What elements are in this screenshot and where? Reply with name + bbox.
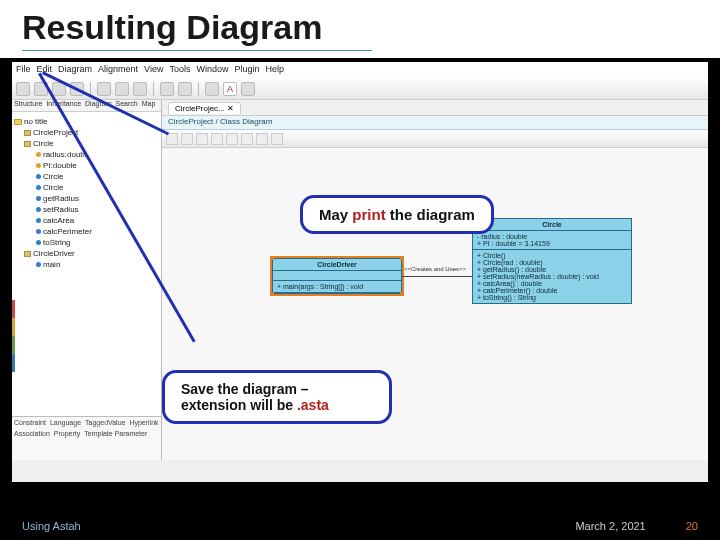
tab-language[interactable]: Language [50,419,81,426]
menu-help[interactable]: Help [266,64,285,76]
structure-tabs: Structure Inheritance Diagram Search Map [12,100,161,112]
tool-more-icon[interactable] [271,133,283,145]
menu-diagram[interactable]: Diagram [58,64,92,76]
method-icon [36,229,41,234]
uml-class-name: Circle [473,219,631,231]
tree-method[interactable]: Circle [14,182,159,193]
font-icon[interactable]: A [223,82,237,96]
document-tabs: CircleProjec... ✕ [162,100,708,116]
tab-inheritance[interactable]: Inheritance [46,100,81,111]
menubar: File Edit Diagram Alignment View Tools W… [12,62,708,78]
tab-constraint[interactable]: Constraint [14,419,46,426]
tab-association[interactable]: Association [14,430,50,437]
uml-ops: + Circle() + Circle(rad : double) + getR… [473,250,631,303]
resize-handle[interactable] [400,292,404,296]
uml-attrs: - radius : double + PI : double = 3.1415… [473,231,631,250]
main-toolbar: A [12,78,708,100]
decorative-stripe [12,300,15,372]
redo-icon[interactable] [178,82,192,96]
tree-class-driver[interactable]: CircleDriver [14,248,159,259]
resize-handle[interactable] [270,256,274,260]
method-icon [36,262,41,267]
menu-alignment[interactable]: Alignment [98,64,138,76]
footer-page-number: 20 [686,520,698,532]
doc-tab-chip[interactable]: CircleProjec... ✕ [168,102,241,114]
class-icon [24,141,31,147]
close-tab-icon[interactable]: ✕ [227,104,234,113]
tool-line-icon[interactable] [256,133,268,145]
tab-taggedvalue[interactable]: TaggedValue [85,419,125,426]
uml-class-name: CircleDriver [273,259,401,271]
uml-class-driver[interactable]: CircleDriver + main(args : String[]) : v… [272,258,402,294]
method-icon [36,207,41,212]
property-panel: Constraint Language TaggedValue Hyperlin… [12,416,161,460]
toolbar-sep [198,82,199,96]
tool-assoc-icon[interactable] [196,133,208,145]
canvas-toolbar [162,130,708,148]
tab-hyperlink[interactable]: Hyperlink [129,419,158,426]
footer-left: Using Astah [22,520,81,532]
tree-method[interactable]: calcPerimeter [14,226,159,237]
callout-save: Save the diagram – extension will be .as… [162,370,392,424]
diagram-icon [24,130,31,136]
package-icon [14,119,22,125]
zoom-icon[interactable] [205,82,219,96]
slide-title: Resulting Diagram [22,8,322,47]
resize-handle[interactable] [400,256,404,260]
copy-icon[interactable] [115,82,129,96]
tree-method[interactable]: main [14,259,159,270]
resize-handle[interactable] [270,292,274,296]
tree-class-circle[interactable]: Circle [14,138,159,149]
color-icon[interactable] [241,82,255,96]
tool-shape-icon[interactable] [241,133,253,145]
undo-icon[interactable] [160,82,174,96]
new-icon[interactable] [16,82,30,96]
uml-class-circle[interactable]: Circle - radius : double + PI : double =… [472,218,632,304]
method-icon [36,174,41,179]
menu-view[interactable]: View [144,64,163,76]
cut-icon[interactable] [97,82,111,96]
tool-class-icon[interactable] [181,133,193,145]
attr-icon [36,163,41,168]
method-icon [36,240,41,245]
tree-method[interactable]: calcArea [14,215,159,226]
class-icon [24,251,31,257]
tab-template[interactable]: Template Parameter [84,430,147,437]
tab-property[interactable]: Property [54,430,80,437]
association-line[interactable] [402,276,472,277]
tree-method[interactable]: getRadius [14,193,159,204]
menu-tools[interactable]: Tools [169,64,190,76]
uml-attrs [273,271,401,281]
paste-icon[interactable] [133,82,147,96]
tab-structure[interactable]: Structure [14,100,42,111]
tool-note-icon[interactable] [211,133,223,145]
tree-method[interactable]: Circle [14,171,159,182]
tab-map[interactable]: Map [142,100,156,111]
menu-file[interactable]: File [16,64,31,76]
method-icon [36,218,41,223]
association-label: <<Creates and Uses>> [404,266,466,272]
slide-footer: Using Astah March 2, 2021 20 [22,520,698,532]
method-icon [36,185,41,190]
title-accent-line [22,50,372,51]
callout-print: May print the diagram [300,195,494,234]
tree-project[interactable]: CircleProject [14,127,159,138]
method-icon [36,196,41,201]
footer-date: March 2, 2021 [575,520,645,532]
uml-ops: + main(args : String[]) : void [273,281,401,293]
menu-plugin[interactable]: Plugin [234,64,259,76]
attr-icon [36,152,41,157]
breadcrumb: CircleProject / Class Diagram [162,116,708,130]
toolbar-sep [153,82,154,96]
menu-window[interactable]: Window [196,64,228,76]
tree-method[interactable]: setRadius [14,204,159,215]
tool-text-icon[interactable] [226,133,238,145]
tree-attr[interactable]: PI:double [14,160,159,171]
